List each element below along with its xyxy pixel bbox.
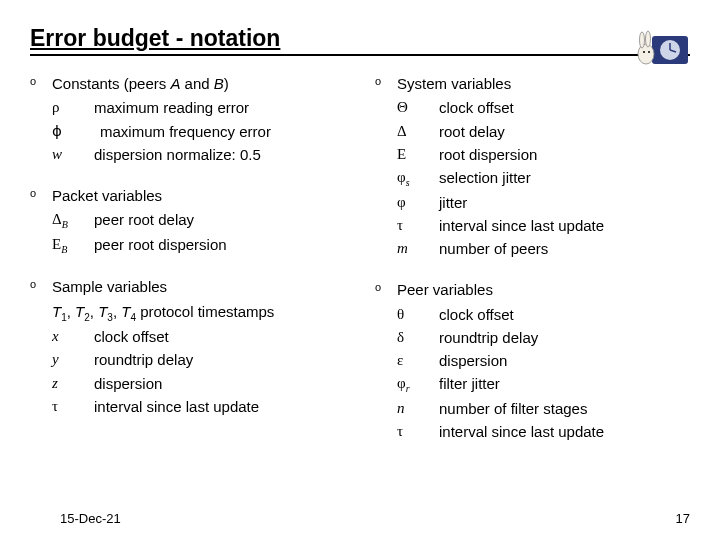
svg-point-8	[648, 51, 650, 53]
right-column: o System variables Θclock offset Δroot d…	[375, 72, 690, 461]
footer-date: 15-Dec-21	[60, 511, 121, 526]
notation-row: τinterval since last update	[397, 420, 690, 443]
notation-row: φrfilter jitter	[397, 372, 690, 397]
bullet-icon: o	[375, 278, 397, 443]
bullet-icon: o	[30, 184, 52, 257]
bullet-icon: o	[30, 72, 52, 166]
svg-point-7	[643, 51, 645, 53]
notation-row: τinterval since last update	[397, 214, 690, 237]
notation-row: ρmaximum reading error	[52, 96, 345, 119]
page-number: 17	[676, 511, 690, 526]
footer: 15-Dec-21 17	[60, 511, 690, 526]
notation-row: φsselection jitter	[397, 166, 690, 191]
notation-row: εdispersion	[397, 349, 690, 372]
notation-row: Εroot dispersion	[397, 143, 690, 166]
notation-row: zdispersion	[52, 372, 345, 395]
bullet-icon: o	[30, 275, 52, 418]
svg-point-5	[640, 32, 645, 48]
notation-row: Δroot delay	[397, 120, 690, 143]
left-column: o Constants (peers A and B) ρmaximum rea…	[30, 72, 345, 461]
notation-row: φjitter	[397, 191, 690, 214]
notation-row: ΕBpeer root dispersion	[52, 233, 345, 258]
section-title: System variables	[397, 72, 690, 95]
notation-row: θclock offset	[397, 303, 690, 326]
section-title: Sample variables	[52, 275, 345, 298]
notation-row: ϕmaximum frequency error	[52, 120, 345, 143]
page-title: Error budget - notation	[30, 25, 280, 52]
section-title: Peer variables	[397, 278, 690, 301]
section-title: Packet variables	[52, 184, 345, 207]
notation-row: T1, T2, T3, T4 protocol timestamps	[52, 300, 345, 326]
packet-section: o Packet variables ΔBpeer root delay ΕBp…	[30, 184, 345, 257]
notation-row: ΔBpeer root delay	[52, 208, 345, 233]
notation-row: yroundtrip delay	[52, 348, 345, 371]
system-section: o System variables Θclock offset Δroot d…	[375, 72, 690, 260]
notation-row: Θclock offset	[397, 96, 690, 119]
peer-section: o Peer variables θclock offset δroundtri…	[375, 278, 690, 443]
section-title: Constants (peers A and B)	[52, 72, 345, 95]
notation-row: nnumber of filter stages	[397, 397, 690, 420]
rabbit-clock-icon	[634, 22, 690, 70]
notation-row: τinterval since last update	[52, 395, 345, 418]
notation-row: δroundtrip delay	[397, 326, 690, 349]
notation-row: wdispersion normalize: 0.5	[52, 143, 345, 166]
notation-row: xclock offset	[52, 325, 345, 348]
constants-section: o Constants (peers A and B) ρmaximum rea…	[30, 72, 345, 166]
sample-section: o Sample variables T1, T2, T3, T4 protoc…	[30, 275, 345, 418]
bullet-icon: o	[375, 72, 397, 260]
svg-point-6	[646, 31, 651, 47]
notation-row: mnumber of peers	[397, 237, 690, 260]
